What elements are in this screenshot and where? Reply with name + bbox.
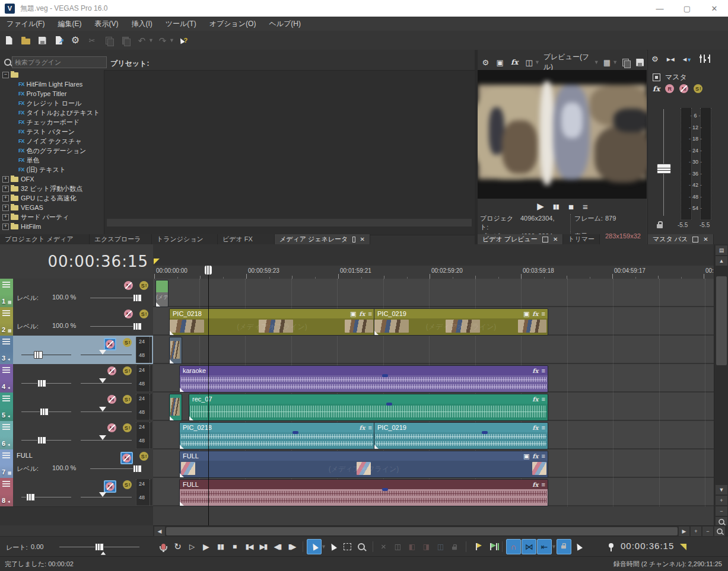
track-row-1[interactable] [153, 279, 714, 307]
solo-track-button[interactable]: S! [123, 395, 132, 404]
trim-start-button[interactable]: ◧ [405, 540, 419, 554]
scroll-down-icon[interactable]: ▼ [716, 485, 727, 495]
preset-list-area[interactable] [104, 70, 476, 235]
event-body[interactable]: (メディアオフライン) [180, 461, 548, 477]
event-menu-icon[interactable]: ≡ [542, 424, 545, 431]
solo-bus-icon[interactable]: S! [694, 84, 702, 93]
transport-timecode[interactable]: 00:00:36:15 [621, 541, 674, 551]
tab-2[interactable]: トランジション [152, 234, 218, 244]
menu-3[interactable]: 挿入(I) [125, 19, 158, 29]
volume-slider-handle[interactable] [34, 351, 43, 359]
solo-icon[interactable]: S! [123, 395, 132, 404]
video-output-fx-icon[interactable]: fx [508, 55, 521, 70]
track-header-1[interactable]: 1 ▦MS!レベル:100.0 % [0, 279, 153, 308]
tree-item-effect-1[interactable]: FXProType Titler [0, 89, 104, 98]
stop-button[interactable]: ■ [228, 540, 241, 554]
event-menu-icon[interactable]: ≡ [542, 310, 545, 317]
mute-icon[interactable]: M [106, 340, 115, 349]
time-zoom-tool-icon[interactable] [714, 527, 725, 536]
insert-region-button[interactable] [484, 540, 498, 554]
marker-bar[interactable] [153, 244, 714, 266]
plugin-search-input[interactable] [12, 56, 107, 68]
volume-slider-track[interactable] [21, 440, 71, 441]
mute-bus-icon[interactable]: M [679, 84, 688, 93]
zoom-edit-tool[interactable] [355, 540, 368, 554]
auto-ripple-toggle[interactable]: ⇤ [537, 539, 552, 554]
track-header-8[interactable]: 8 ◂MS! 2448 [0, 478, 153, 507]
new-project-icon[interactable] [1, 33, 17, 48]
mute-icon[interactable]: M [122, 454, 131, 462]
pause-button[interactable]: ▮▮ [214, 540, 227, 554]
tab-master-bus[interactable]: マスタ バス ✕ [648, 234, 714, 244]
clip-marker[interactable] [293, 431, 298, 434]
tree-item-group-5[interactable]: + HitFilm [0, 222, 104, 231]
clip-marker[interactable] [482, 431, 488, 434]
mute-track-button[interactable]: M [124, 310, 133, 318]
tab-0[interactable]: プロジェクト メディア [0, 234, 90, 244]
level-slider-handle[interactable] [133, 294, 142, 302]
track-row-3[interactable] [153, 336, 714, 364]
preset-scrollbar[interactable] [107, 219, 472, 227]
scroll-right-icon[interactable]: ▶ [679, 527, 689, 536]
track-grip-icon[interactable] [2, 338, 10, 344]
go-to-end-button[interactable]: ▶▮ [256, 540, 270, 554]
split-screen-dropdown[interactable]: ▼ [535, 59, 540, 65]
save-snapshot-icon[interactable] [634, 55, 647, 70]
tree-item-effect-7[interactable]: FX色のグラデーション [0, 146, 104, 155]
solo-track-button[interactable]: S! [123, 480, 132, 489]
event-body[interactable] [180, 375, 548, 392]
tree-item-effect-6[interactable]: FXノイズ テクスチャ [0, 136, 104, 146]
mute-track-button[interactable]: M [104, 480, 116, 493]
event-fx-icon[interactable]: fx [532, 368, 538, 374]
pan-slider-track[interactable] [81, 497, 132, 497]
track-color-strip[interactable]: 6 ◂ [0, 421, 13, 449]
expand-icon[interactable]: + [2, 205, 9, 211]
mute-icon[interactable]: M [107, 423, 116, 432]
tree-item-group-3[interactable]: + VEGAS [0, 203, 104, 212]
close-button[interactable]: ✕ [701, 0, 728, 17]
next-frame-button[interactable]: ▮▶ [285, 540, 298, 554]
mute-icon[interactable]: M [107, 366, 116, 375]
track-grip-icon[interactable] [2, 452, 10, 458]
cut-icon[interactable]: ✂ [84, 33, 100, 48]
normal-edit-tool-dropdown[interactable]: ▼ [321, 544, 326, 550]
tree-item-effect-2[interactable]: FXクレジット ロール [0, 98, 104, 108]
crop-icon[interactable]: ▣ [523, 452, 529, 460]
play-from-start-button[interactable]: ▷ [185, 540, 199, 554]
mute-output-icon[interactable]: ◂▼ [683, 55, 692, 63]
menu-2[interactable]: 表示(V) [88, 19, 125, 29]
level-slider-handle[interactable] [133, 465, 142, 473]
event-menu-icon[interactable]: ≡ [542, 452, 545, 460]
time-ruler[interactable]: 00:00:00:0000:00:59:2300:01:59:2100:02:5… [153, 266, 714, 279]
timeline-content[interactable]: (メディアオフライン)PIC_0218▣fx≡(メディアオフライン)PIC_02… [153, 279, 714, 525]
event-clip-FULL[interactable]: FULL▣fx≡(メディアオフライン) [179, 451, 548, 478]
preview-stop-button[interactable]: ■ [568, 202, 573, 212]
solo-icon[interactable]: S! [123, 423, 132, 432]
event-fx-icon[interactable]: fx [359, 425, 365, 431]
pan-slider-handle[interactable] [99, 492, 106, 497]
track-name[interactable]: FULL [17, 452, 33, 459]
pan-slider-handle[interactable] [99, 350, 106, 355]
undock-icon[interactable] [542, 237, 548, 243]
insert-bus-icon[interactable]: ▸◂ [667, 55, 675, 63]
minimize-button[interactable]: — [646, 0, 673, 17]
close-tab-icon[interactable]: ✕ [360, 236, 365, 243]
solo-track-button[interactable]: S! [139, 310, 148, 318]
rate-slider-handle[interactable] [95, 543, 104, 551]
event-clip-PIC_0219[interactable]: PIC_0219▣fx≡(メディアオフライン) [374, 308, 548, 336]
tree-item-root[interactable]: − [0, 70, 104, 79]
save-project-icon[interactable] [34, 33, 50, 48]
track-zoom-in-icon[interactable]: + [716, 496, 727, 505]
solo-track-button[interactable]: S! [139, 452, 148, 461]
interactive-help-icon[interactable]: ? [176, 33, 191, 48]
solo-icon[interactable]: S! [139, 452, 148, 461]
grid-overlay-dropdown[interactable]: ▼ [612, 59, 618, 65]
solo-track-button[interactable]: S! [123, 423, 132, 432]
track-header-3[interactable]: 3 ◂MS! 2448 [0, 336, 153, 365]
mixer-icon[interactable] [700, 55, 710, 63]
tree-item-effect-0[interactable]: FXHitFilm Light Flares [0, 79, 104, 89]
paste-icon[interactable] [117, 33, 133, 48]
master-fader-track[interactable] [663, 109, 664, 216]
auto-ripple-toggle-dropdown[interactable]: ▼ [551, 544, 557, 550]
split-button[interactable]: ◫ [391, 540, 405, 554]
